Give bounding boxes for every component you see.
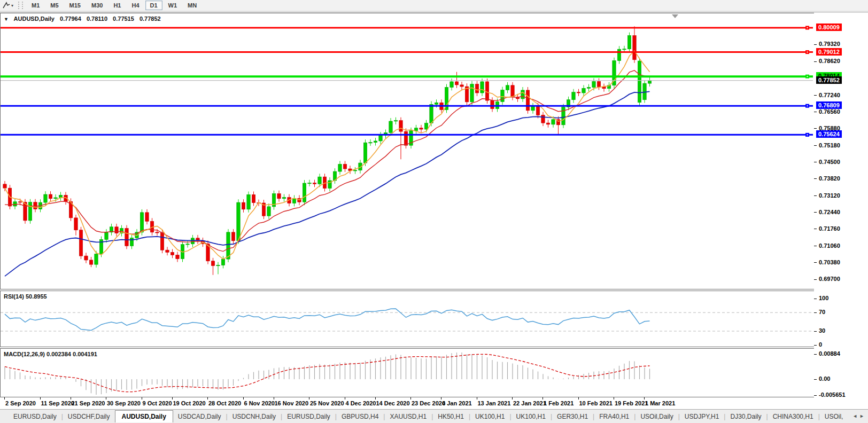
macd-indicator-pane[interactable]: MACD(12,26,9) 0.002384 0.004191 <box>0 348 815 397</box>
time-tick <box>441 397 441 400</box>
price-tick <box>814 178 817 179</box>
time-axis-label: 19 Feb 2021 <box>615 400 648 406</box>
chart-tab-bar: EURUSD,Daily|USDCHF,DailyAUDUSD,DailyUSD… <box>0 409 868 423</box>
time-axis-label: 30 Sep 2020 <box>107 400 141 406</box>
price-level-badge: 0.80009 <box>816 24 842 31</box>
time-tick <box>274 397 274 400</box>
timeframe-button-d1[interactable]: D1 <box>145 1 162 10</box>
chart-tab-usdchf-daily[interactable]: USDCHF,Daily <box>63 411 115 422</box>
time-tick <box>375 397 376 400</box>
price-tick <box>814 229 817 229</box>
collapse-triangle-icon[interactable]: ▼ <box>4 17 9 22</box>
chart-tab-eurusd-daily[interactable]: EURUSD,Daily <box>282 411 335 422</box>
rsi-axis-tick <box>814 299 817 299</box>
chart-tab-uk100-h1[interactable]: UK100,H1 <box>511 411 551 422</box>
rsi-axis-label: 0 <box>819 341 822 348</box>
time-tick <box>172 397 173 400</box>
price-tick <box>814 262 817 263</box>
ohlc-low: 0.77515 <box>113 15 134 22</box>
mt4-window: ▾ M1M5M15M30H1H4D1W1MN ▼ AUDUSD,Daily 0.… <box>0 0 868 423</box>
timeframe-button-m30[interactable]: M30 <box>87 1 107 10</box>
tab-scroll-right-icon[interactable]: ► <box>859 413 866 419</box>
price-tick <box>814 95 817 96</box>
rsi-axis-tick <box>814 312 817 313</box>
chart-tab-fra40-h1[interactable]: FRA40,H1 <box>594 411 634 422</box>
time-axis-label: 21 Sep 2020 <box>72 400 105 406</box>
time-axis-label: 1 Feb 2021 <box>544 400 574 406</box>
macd-chart-canvas[interactable] <box>1 349 813 396</box>
price-axis-label: 0.69700 <box>819 276 840 282</box>
time-tick <box>40 397 41 400</box>
toolbar-grip-handle[interactable] <box>18 2 23 9</box>
time-tick <box>4 397 5 400</box>
timeframe-button-m15[interactable]: M15 <box>65 1 86 10</box>
time-axis-label: 6 Nov 2020 <box>244 400 275 406</box>
chart-tab-uk100-h1[interactable]: UK100,H1 <box>470 411 509 422</box>
macd-axis-label: 0.00884 <box>819 350 840 357</box>
timeframe-button-m1[interactable]: M1 <box>27 1 44 10</box>
timeframe-button-h4[interactable]: H4 <box>127 1 144 10</box>
chart-tab-usdjpy-h1[interactable]: USDJPY,H1 <box>680 411 724 422</box>
chart-tab-audusd-daily[interactable]: AUDUSD,Daily <box>115 410 173 422</box>
timeframe-toolbar: ▾ M1M5M15M30H1H4D1W1MN <box>0 0 868 11</box>
chart-shift-marker-icon[interactable] <box>672 14 678 18</box>
time-tick <box>243 397 244 400</box>
price-tick <box>814 145 817 146</box>
time-axis-label: 13 Jan 2021 <box>478 400 511 406</box>
price-tick <box>814 128 817 129</box>
price-axis-label: 0.76560 <box>819 108 840 115</box>
time-axis-label: 9 Oct 2020 <box>143 400 172 406</box>
ohlc-close: 0.77852 <box>140 15 161 22</box>
chart-tab-eurusd-daily[interactable]: EURUSD,Daily <box>9 411 61 422</box>
time-tick <box>644 397 645 400</box>
tab-scroll-left-icon[interactable]: ◄ <box>852 413 859 419</box>
timeframe-button-w1[interactable]: W1 <box>164 1 182 10</box>
time-tick <box>106 397 106 400</box>
chart-tab-usoil-daily[interactable]: USOil,Daily <box>636 411 678 422</box>
time-tick <box>410 397 411 400</box>
chart-tab-ger30-h1[interactable]: GER30,H1 <box>552 411 593 422</box>
price-tick <box>814 246 817 246</box>
time-axis[interactable]: 2 Sep 202011 Sep 202021 Sep 202030 Sep 2… <box>0 397 868 409</box>
macd-axis-tick <box>814 395 817 396</box>
time-axis-label: 25 Nov 2020 <box>310 400 344 406</box>
price-level-badge: 0.75624 <box>816 130 842 138</box>
time-axis-label: 2 Sep 2020 <box>5 400 36 406</box>
price-axis-label: 0.72440 <box>819 209 840 215</box>
price-tick <box>814 44 817 45</box>
price-axis-label: 0.75180 <box>819 142 840 148</box>
chart-cursor-tool-icon[interactable] <box>2 2 11 9</box>
rsi-axis-tick <box>814 331 817 332</box>
chart-header: ▼ AUDUSD,Daily 0.77964 0.78110 0.77515 0… <box>4 15 165 22</box>
ohlc-high: 0.78110 <box>87 15 107 22</box>
rsi-indicator-pane[interactable]: RSI(14) 50.8955 <box>0 291 815 347</box>
rsi-chart-canvas[interactable] <box>1 291 813 346</box>
time-tick <box>309 397 309 400</box>
chart-tab-dj30-daily[interactable]: DJ30,Daily <box>725 411 766 422</box>
tab-scroll-arrows: ◄► <box>852 413 866 419</box>
chart-tab-usdcnh-daily[interactable]: USDCNH,Daily <box>228 411 281 422</box>
price-axis-label: 0.77240 <box>819 92 840 98</box>
time-tick <box>207 397 208 400</box>
time-tick <box>542 397 543 400</box>
price-chart-pane[interactable]: ▼ AUDUSD,Daily 0.77964 0.78110 0.77515 0… <box>0 13 815 289</box>
macd-axis-tick <box>814 354 817 355</box>
timeframe-button-m5[interactable]: M5 <box>45 1 63 10</box>
chart-tab-hk50-h1[interactable]: HK50,H1 <box>433 411 469 422</box>
time-axis-label: 14 Dec 2020 <box>376 400 410 406</box>
chart-tab-china300-h1[interactable]: CHINA300,H1 <box>768 411 818 422</box>
chart-tab-xauusd-h1[interactable]: XAUUSD,H1 <box>385 411 431 422</box>
rsi-label: RSI(14) 50.8955 <box>4 293 47 300</box>
price-tick <box>814 279 817 280</box>
time-axis-label: 23 Dec 2020 <box>412 400 445 406</box>
chart-tab-usdcad-daily[interactable]: USDCAD,Daily <box>173 411 226 422</box>
tool-dropdown-caret-icon[interactable]: ▾ <box>11 3 13 8</box>
candlestick-chart-canvas[interactable] <box>1 13 813 288</box>
time-tick <box>345 397 345 400</box>
price-axis[interactable]: 0.793200.786200.772400.765600.758800.751… <box>814 13 868 397</box>
timeframe-button-h1[interactable]: H1 <box>108 1 126 10</box>
timeframe-button-mn[interactable]: MN <box>183 1 201 10</box>
chart-tab-usoil-[interactable]: USOil, <box>820 411 848 422</box>
chart-tab-gbpusd-h4[interactable]: GBPUSD,H4 <box>337 411 383 422</box>
current-price-badge: 0.77852 <box>816 76 842 84</box>
